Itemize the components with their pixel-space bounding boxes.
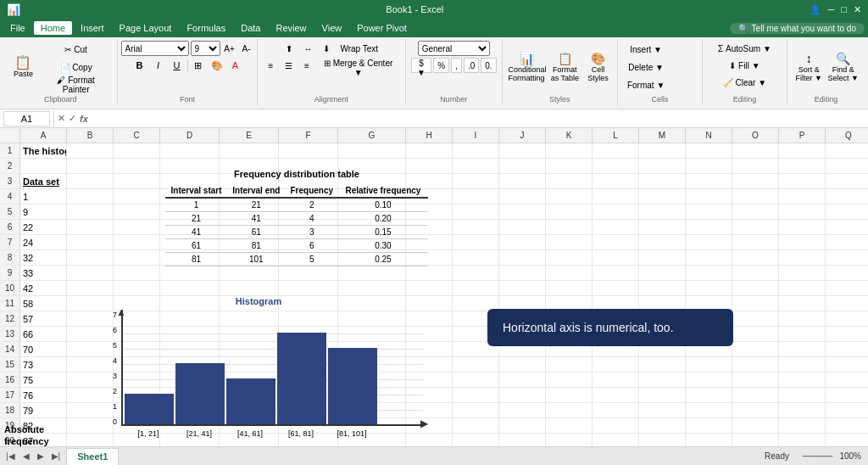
- cell-M7[interactable]: [639, 235, 686, 250]
- formula-input[interactable]: [92, 114, 865, 124]
- format-button[interactable]: Format ▼: [623, 76, 669, 93]
- fill-color-button[interactable]: 🎨: [209, 58, 225, 73]
- cell-Q5[interactable]: [826, 204, 868, 220]
- cell-A3[interactable]: Data set: [20, 174, 67, 189]
- cell-reference-input[interactable]: [3, 111, 50, 126]
- cell-J16[interactable]: [499, 373, 546, 388]
- cell-A7[interactable]: 24: [20, 235, 67, 250]
- cell-A9[interactable]: 33: [20, 266, 67, 281]
- find-select-button[interactable]: 🔍 Find & Select ▼: [826, 46, 860, 88]
- cell-H10[interactable]: [406, 281, 453, 296]
- cell-A5[interactable]: 9: [20, 204, 67, 220]
- font-family-select[interactable]: Arial: [121, 41, 189, 56]
- conditional-formatting-button[interactable]: 📊 Conditional Formatting: [508, 46, 546, 88]
- cell-J1[interactable]: [499, 143, 546, 159]
- cell-O20[interactable]: [732, 434, 779, 446]
- cell-P8[interactable]: [779, 250, 826, 266]
- cell-C8[interactable]: [114, 250, 160, 266]
- col-header-q[interactable]: Q: [826, 128, 868, 143]
- cell-P5[interactable]: [779, 204, 826, 220]
- cell-I15[interactable]: [453, 357, 499, 373]
- insert-button[interactable]: Insert ▼: [623, 41, 669, 58]
- copy-button[interactable]: 📄 Copy: [40, 59, 112, 76]
- menu-view[interactable]: View: [315, 21, 349, 35]
- align-middle-button[interactable]: ↔: [299, 41, 316, 56]
- row-num-2[interactable]: 2: [0, 159, 20, 174]
- cell-J8[interactable]: [499, 250, 546, 266]
- cell-C2[interactable]: [114, 159, 160, 174]
- cut-button[interactable]: ✂ Cut: [40, 41, 112, 58]
- col-header-b[interactable]: B: [67, 128, 114, 143]
- cell-N1[interactable]: [686, 143, 732, 159]
- cell-P10[interactable]: [779, 281, 826, 296]
- menu-file[interactable]: File: [3, 21, 32, 35]
- cell-I5[interactable]: [453, 204, 499, 220]
- cell-B9[interactable]: [67, 266, 114, 281]
- cell-A4[interactable]: 1: [20, 189, 67, 204]
- cell-G10[interactable]: [338, 281, 406, 296]
- cell-I10[interactable]: [453, 281, 499, 296]
- cell-L10[interactable]: [593, 281, 639, 296]
- cell-O5[interactable]: [732, 204, 779, 220]
- cell-B3[interactable]: [67, 174, 114, 189]
- cell-E1[interactable]: [220, 143, 279, 159]
- cell-D9[interactable]: [160, 266, 220, 281]
- sort-filter-button[interactable]: ↕ Sort & Filter ▼: [793, 46, 826, 88]
- cell-L18[interactable]: [593, 403, 639, 418]
- cell-A13[interactable]: 66: [20, 327, 67, 342]
- col-header-e[interactable]: E: [220, 128, 279, 143]
- col-header-i[interactable]: I: [453, 128, 499, 143]
- cell-L2[interactable]: [593, 159, 639, 174]
- cell-M20[interactable]: [639, 434, 686, 446]
- cell-F10[interactable]: [279, 281, 338, 296]
- col-header-n[interactable]: N: [686, 128, 732, 143]
- cell-E10[interactable]: [220, 281, 279, 296]
- cell-I6[interactable]: [453, 220, 499, 235]
- cell-Q10[interactable]: [826, 281, 868, 296]
- cell-A8[interactable]: 32: [20, 250, 67, 266]
- minimize-icon[interactable]: ─: [828, 4, 835, 14]
- cell-B10[interactable]: [67, 281, 114, 296]
- cell-M5[interactable]: [639, 204, 686, 220]
- cell-P14[interactable]: [779, 342, 826, 357]
- insert-function-icon[interactable]: fx: [80, 114, 88, 124]
- cell-O1[interactable]: [732, 143, 779, 159]
- col-header-m[interactable]: M: [639, 128, 686, 143]
- cell-K10[interactable]: [546, 281, 593, 296]
- cell-N8[interactable]: [686, 250, 732, 266]
- cell-Q16[interactable]: [826, 373, 868, 388]
- cell-G9[interactable]: [338, 266, 406, 281]
- cell-P7[interactable]: [779, 235, 826, 250]
- cell-F1[interactable]: [279, 143, 338, 159]
- cell-N10[interactable]: [686, 281, 732, 296]
- decrease-font-button[interactable]: A-: [239, 41, 254, 56]
- cancel-icon[interactable]: ✕: [58, 113, 65, 124]
- cell-N20[interactable]: [686, 434, 732, 446]
- cell-P11[interactable]: [779, 296, 826, 311]
- cell-M18[interactable]: [639, 403, 686, 418]
- row-num-5[interactable]: 5: [0, 204, 20, 220]
- align-center-button[interactable]: ☰: [281, 58, 297, 73]
- cell-P2[interactable]: [779, 159, 826, 174]
- bold-button[interactable]: B: [131, 58, 148, 73]
- cell-N19[interactable]: [686, 418, 732, 434]
- cell-Q8[interactable]: [826, 250, 868, 266]
- currency-button[interactable]: $ ▼: [411, 58, 431, 73]
- cell-A1[interactable]: The histogram: [20, 143, 67, 159]
- cell-J3[interactable]: [499, 174, 546, 189]
- italic-button[interactable]: I: [150, 58, 167, 73]
- cell-L8[interactable]: [593, 250, 639, 266]
- cell-M15[interactable]: [639, 357, 686, 373]
- cell-I18[interactable]: [453, 403, 499, 418]
- cell-O15[interactable]: [732, 357, 779, 373]
- cell-J15[interactable]: [499, 357, 546, 373]
- cell-P20[interactable]: [779, 434, 826, 446]
- cell-O19[interactable]: [732, 418, 779, 434]
- cell-P1[interactable]: [779, 143, 826, 159]
- cell-M8[interactable]: [639, 250, 686, 266]
- cell-L19[interactable]: [593, 418, 639, 434]
- cell-P3[interactable]: [779, 174, 826, 189]
- cell-M17[interactable]: [639, 388, 686, 403]
- cell-C1[interactable]: [114, 143, 160, 159]
- cell-L15[interactable]: [593, 357, 639, 373]
